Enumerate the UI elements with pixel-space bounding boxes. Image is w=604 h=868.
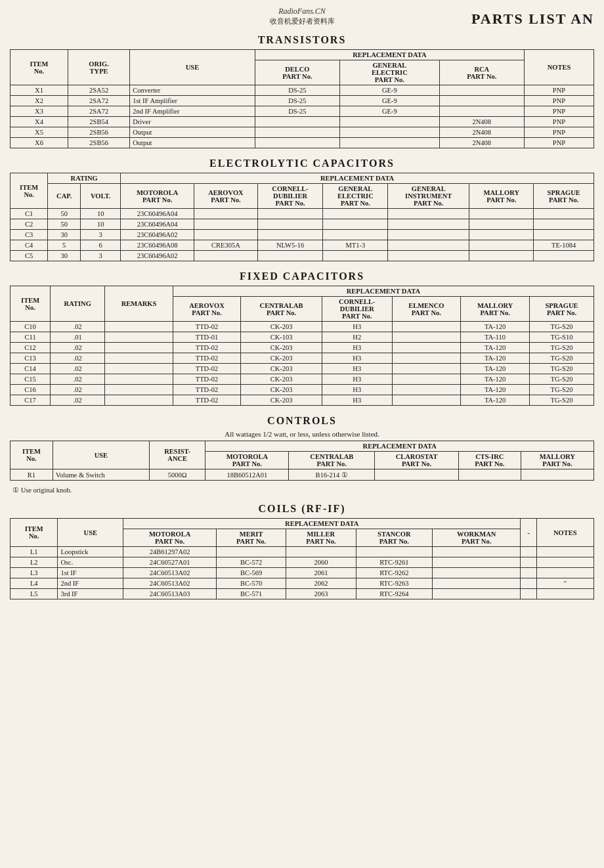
orig-type: 2SA72 <box>68 106 129 117</box>
cap: 50 <box>48 219 81 230</box>
th-use: USE <box>130 50 255 85</box>
cornell: NLW5-16 <box>257 240 323 251</box>
table-row: C13 .02 TTD-02 CK-203 H3 TA-120 TG-S20 <box>11 353 594 364</box>
cornell: H2 <box>322 332 393 343</box>
item-no: C13 <box>11 353 51 364</box>
aerovox <box>194 209 258 219</box>
centralab: B16-214 ① <box>289 469 375 481</box>
stancor: RTC-9261 <box>356 557 433 568</box>
sprague <box>534 209 594 219</box>
th-item-no: ITEMNo. <box>11 50 68 85</box>
th-rca: RCAPART No. <box>439 60 524 85</box>
miller: 2061 <box>286 568 356 578</box>
remarks <box>105 385 173 395</box>
th-dash: - <box>521 519 536 547</box>
th-merit: MERITPART No. <box>216 529 286 547</box>
use: Converter <box>130 85 255 96</box>
sprague: TG-S20 <box>530 374 594 385</box>
remarks <box>105 322 173 332</box>
notes: PNP <box>524 127 593 138</box>
th-elmenco: ELMENCOPART No. <box>392 297 461 322</box>
cornell <box>257 219 323 230</box>
th-replacement-data: REPLACEMENT DATA <box>255 50 524 60</box>
centralab: CK-203 <box>241 385 322 395</box>
stancor: RTC-9262 <box>356 568 433 578</box>
elmenco <box>392 332 461 343</box>
table-row: C1 50 10 23C60496A04 <box>11 209 594 219</box>
rca <box>439 85 524 96</box>
elmenco <box>392 374 461 385</box>
elmenco <box>392 364 461 374</box>
motorola: 24C60513A03 <box>123 589 217 599</box>
motorola: 24B61297A02 <box>123 547 217 557</box>
table-row: L4 2nd IF 24C60513A02 BC-570 2062 RTC-92… <box>11 578 594 589</box>
fixed-cap-section: FIXED CAPACITORS ITEMNo. RATING REMARKS … <box>10 271 594 406</box>
motorola: 23C60496A08 <box>121 240 194 251</box>
th-orig-type: ORIG.TYPE <box>68 50 129 85</box>
cornell: H3 <box>322 364 393 374</box>
use: 2nd IF Amplifier <box>130 106 255 117</box>
table-row: C11 .01 TTD-01 CK-103 H2 TA-110 TG-S10 <box>11 332 594 343</box>
resistance: 5000Ω <box>149 469 205 481</box>
transistors-title: TRANSISTORS <box>10 34 594 46</box>
sprague: TG-S20 <box>530 395 594 406</box>
use: Loopstick <box>58 547 123 557</box>
rca <box>439 106 524 117</box>
motorola: 24C60527A01 <box>123 557 217 568</box>
item-no: C16 <box>11 385 51 395</box>
sprague <box>534 230 594 240</box>
aerovox <box>194 230 258 240</box>
notes <box>536 557 593 568</box>
rating: .02 <box>51 374 105 385</box>
table-row: X5 2SB56 Output 2N408 PNP <box>11 127 594 138</box>
notes <box>536 589 593 599</box>
table-row: X3 2SA72 2nd IF Amplifier DS-25 GE-9 PNP <box>11 106 594 117</box>
cornell: H3 <box>322 353 393 364</box>
notes <box>536 547 593 557</box>
th-gi: GENERALINSTRUMENTPART No. <box>388 184 469 209</box>
item-no: C10 <box>11 322 51 332</box>
table-row: C15 .02 TTD-02 CK-203 H3 TA-120 TG-S20 <box>11 374 594 385</box>
th-replacement-data: REPLACEMENT DATA <box>123 519 521 529</box>
th-workman: WORKMANPART No. <box>433 529 521 547</box>
th-motorola: MOTOROLAPART No. <box>205 452 289 469</box>
controls-header-row1: ITEMNo. USE RESIST-ANCE REPLACEMENT DATA <box>11 441 594 452</box>
th-mallory: MALLORYPART No. <box>461 297 530 322</box>
cap: 30 <box>48 230 81 240</box>
stancor <box>356 547 433 557</box>
th-miller: MILLERPART No. <box>286 529 356 547</box>
table-row: C16 .02 TTD-02 CK-203 H3 TA-120 TG-S20 <box>11 385 594 395</box>
elmenco <box>392 353 461 364</box>
sprague <box>534 219 594 230</box>
item-no: L1 <box>11 547 58 557</box>
cap: 50 <box>48 209 81 219</box>
th-notes: NOTES <box>536 519 593 547</box>
centralab: CK-103 <box>241 332 322 343</box>
coils-table: ITEMNo. USE REPLACEMENT DATA - NOTES MOT… <box>10 518 594 599</box>
mallory <box>469 240 534 251</box>
orig-type: 2SB56 <box>68 127 129 138</box>
th-cts-irc: CTS-IRCPART No. <box>458 452 521 469</box>
motorola: 23C60496A02 <box>121 230 194 240</box>
volt: 6 <box>81 240 121 251</box>
elmenco <box>392 322 461 332</box>
th-replacement-data: REPLACEMENT DATA <box>173 286 593 297</box>
mallory: TA-120 <box>461 353 530 364</box>
rating: .02 <box>51 395 105 406</box>
th-clarostat: CLAROSTATPART No. <box>375 452 458 469</box>
aerovox: TTD-02 <box>173 395 240 406</box>
remarks <box>105 332 173 343</box>
remarks <box>105 343 173 353</box>
use: 1st IF <box>58 568 123 578</box>
elmenco <box>392 343 461 353</box>
sprague: TG-S20 <box>530 353 594 364</box>
table-row: C10 .02 TTD-02 CK-203 H3 TA-120 TG-S20 <box>11 322 594 332</box>
table-row: C5 30 3 23C60496A02 <box>11 251 594 261</box>
dash <box>521 557 536 568</box>
centralab: CK-203 <box>241 374 322 385</box>
ge: GE-9 <box>339 85 439 96</box>
orig-type: 2SA72 <box>68 96 129 106</box>
gi <box>388 219 469 230</box>
item-no: C12 <box>11 343 51 353</box>
th-replacement-data: REPLACEMENT DATA <box>121 173 594 184</box>
